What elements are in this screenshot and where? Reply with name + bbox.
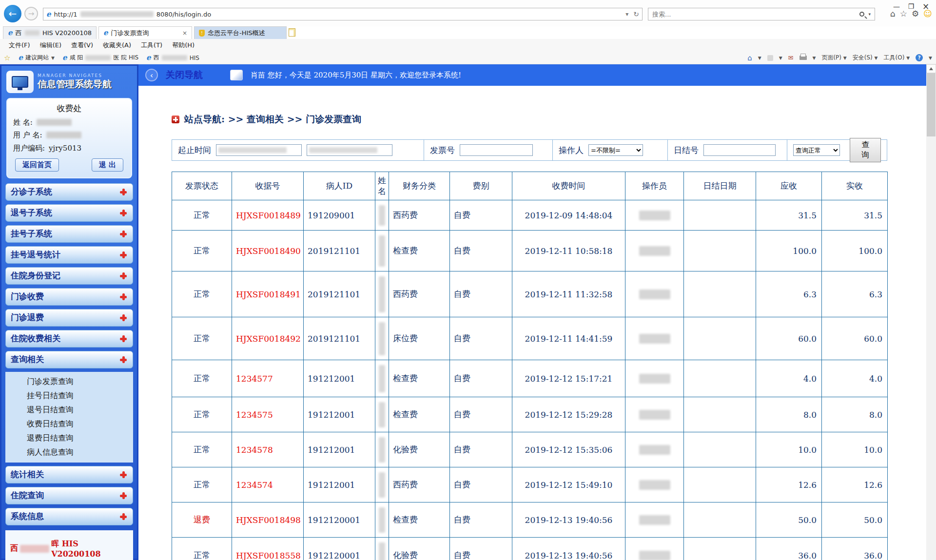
- sidebar-item-7[interactable]: 住院收费相关: [5, 330, 133, 348]
- cell-name: [375, 317, 389, 360]
- forward-button[interactable]: →: [24, 7, 38, 20]
- menubar-item-1[interactable]: 编辑(E): [35, 41, 66, 50]
- cell-paid: 100.0: [822, 231, 888, 271]
- menubar-item-0[interactable]: 文件(F): [4, 41, 35, 50]
- sidebar-item-label: 住院查询: [11, 490, 44, 501]
- tab-close-icon[interactable]: ×: [182, 30, 187, 37]
- submenu-item-0[interactable]: 门诊发票查询: [5, 375, 133, 389]
- table-row[interactable]: 正常1234575191212001检查费自费2019-12-12 15:29:…: [172, 397, 888, 432]
- vertical-scrollbar[interactable]: [926, 64, 936, 560]
- cell-due: 10.0: [756, 432, 822, 467]
- sidebar-item-11[interactable]: 系统信息: [5, 508, 133, 525]
- logout-button[interactable]: 退 出: [92, 158, 123, 172]
- table-row[interactable]: 正常HJXSF00184902019121101检查费自费2019-12-11 …: [172, 231, 888, 271]
- command-tools-menu[interactable]: 工具(O) ▼: [884, 54, 910, 62]
- cell-fee-type: 自费: [450, 231, 512, 271]
- sidebar-item-9[interactable]: 统计相关: [5, 466, 133, 483]
- help-icon[interactable]: ?: [916, 54, 923, 61]
- add-favorite-star-icon[interactable]: ☆: [4, 54, 10, 62]
- new-tab-button[interactable]: [289, 28, 295, 37]
- sidebar-item-label: 住院收费相关: [11, 333, 60, 344]
- invoice-input[interactable]: [462, 145, 530, 155]
- table-row[interactable]: 正常1234577191212001检查费自费2019-12-12 15:17:…: [172, 360, 888, 397]
- cell-operator: [625, 271, 684, 317]
- cell-time: 2019-12-11 11:32:58: [512, 271, 625, 317]
- table-row[interactable]: 正常HJXSF00184912019121101西药费自费2019-12-11 …: [172, 271, 888, 317]
- menubar-item-4[interactable]: 工具(T): [136, 41, 167, 50]
- red-cross-icon: [119, 334, 128, 343]
- menubar-item-5[interactable]: 帮助(H): [167, 41, 199, 50]
- submenu-item-4[interactable]: 退费日结查询: [5, 431, 133, 445]
- sidebar-item-5[interactable]: 门诊收费: [5, 288, 133, 306]
- submenu-item-3[interactable]: 收费日结查询: [5, 417, 133, 431]
- start-date-input[interactable]: [216, 144, 302, 156]
- cell-daily-date: [684, 538, 756, 560]
- ie-fav-icon: e: [18, 54, 23, 61]
- cell-status: 正常: [172, 360, 232, 397]
- tab-cloud-platform[interactable]: ! 念恩云平台-HIS概述: [194, 26, 287, 39]
- favorite-hospital-his[interactable]: e 咸 阳 医 院 HIS: [58, 54, 142, 62]
- submenu-item-1[interactable]: 挂号日结查询: [5, 389, 133, 403]
- tab-invoice-query[interactable]: e 门诊发票查询 ×: [98, 26, 192, 39]
- sidebar-item-4[interactable]: 住院身份登记: [5, 267, 133, 285]
- back-button[interactable]: ←: [4, 5, 21, 22]
- sidebar-item-8[interactable]: 查询相关: [5, 351, 133, 368]
- command-home-icon[interactable]: ⌂: [747, 54, 752, 62]
- red-cross-icon: [119, 251, 128, 259]
- daily-input[interactable]: [706, 145, 773, 155]
- search-icon[interactable]: [859, 12, 864, 17]
- scrollbar-thumb[interactable]: [927, 73, 936, 136]
- sidebar-item-2[interactable]: 挂号子系统: [5, 225, 133, 243]
- search-input[interactable]: [652, 11, 859, 18]
- column-header-4: 财务分类: [389, 172, 450, 200]
- refresh-icon[interactable]: ↻: [633, 10, 639, 18]
- url-dropdown-icon[interactable]: ▾: [625, 11, 628, 18]
- command-safety-menu[interactable]: 安全(S) ▼: [853, 54, 878, 62]
- cell-daily-date: [684, 271, 756, 317]
- read-mail-icon[interactable]: ✉: [788, 54, 794, 61]
- address-bar[interactable]: e http://1 8080/his/login.do ▾ ↻: [43, 8, 643, 20]
- table-row[interactable]: 正常HJXSF00184922019121101床位费自费2019-12-11 …: [172, 317, 888, 360]
- submenu-item-2[interactable]: 退号日结查询: [5, 403, 133, 417]
- collapse-nav-chevron-icon[interactable]: ‹: [145, 69, 158, 81]
- favorite-xi-his[interactable]: e 西 HIS: [142, 54, 203, 62]
- sidebar-item-0[interactable]: 分诊子系统: [5, 183, 133, 201]
- end-date-input[interactable]: [307, 144, 392, 156]
- menubar-item-3[interactable]: 收藏夹(A): [98, 41, 136, 50]
- search-box[interactable]: ▾: [648, 8, 875, 20]
- table-row[interactable]: 正常1234574191212001西药费自费2019-12-12 15:49:…: [172, 467, 888, 502]
- invoice-label: 发票号: [430, 145, 455, 156]
- tab-his-home[interactable]: e 西 HIS V20200108: [3, 26, 97, 39]
- cell-finance: 检查费: [389, 502, 450, 538]
- scroll-up-arrow-icon[interactable]: [926, 64, 936, 73]
- favorites-star-icon[interactable]: ☆: [900, 9, 907, 19]
- table-row[interactable]: 正常HJXSF00185581912120001化验费自费2019-12-13 …: [172, 538, 888, 560]
- close-nav-link[interactable]: 关闭导航: [166, 69, 203, 81]
- sidebar-item-6[interactable]: 门诊退费: [5, 309, 133, 327]
- favorite-suggested-sites[interactable]: e 建议网站 ▼: [14, 54, 58, 62]
- table-row[interactable]: 退费HJXSF00184981912120001检查费自费2019-12-13 …: [172, 502, 888, 538]
- query-button[interactable]: 查询: [850, 138, 881, 162]
- settings-gear-icon[interactable]: ⚙: [912, 9, 919, 19]
- status-select[interactable]: 查询正常: [793, 144, 840, 156]
- version-redacted: [20, 545, 49, 553]
- menubar-item-2[interactable]: 查看(V): [66, 41, 98, 50]
- cell-finance: 西药费: [389, 200, 450, 231]
- sidebar-item-3[interactable]: 挂号退号统计: [5, 246, 133, 264]
- operator-select[interactable]: =不限制=: [588, 144, 643, 156]
- rss-feed-icon[interactable]: [767, 55, 773, 61]
- submenu-item-5[interactable]: 病人信息查询: [5, 445, 133, 460]
- feedback-smiley-icon[interactable]: ☺: [923, 9, 932, 19]
- search-dropdown-icon[interactable]: ▾: [868, 12, 871, 17]
- print-icon[interactable]: [800, 56, 807, 60]
- cell-name: [375, 360, 389, 397]
- home-icon[interactable]: ⌂: [890, 9, 896, 19]
- home-page-button[interactable]: 返回首页: [15, 158, 59, 172]
- table-row[interactable]: 正常HJXSF0018489191209001西药费自费2019-12-09 1…: [172, 200, 888, 231]
- cell-time: 2019-12-13 19:40:56: [512, 538, 625, 560]
- sidebar-item-10[interactable]: 住院查询: [5, 487, 133, 504]
- table-row[interactable]: 正常1234578191212001化验费自费2019-12-12 15:35:…: [172, 432, 888, 467]
- command-page-menu[interactable]: 页面(P) ▼: [821, 54, 846, 62]
- cell-time: 2019-12-11 10:58:18: [512, 231, 625, 271]
- sidebar-item-1[interactable]: 退号子系统: [5, 204, 133, 222]
